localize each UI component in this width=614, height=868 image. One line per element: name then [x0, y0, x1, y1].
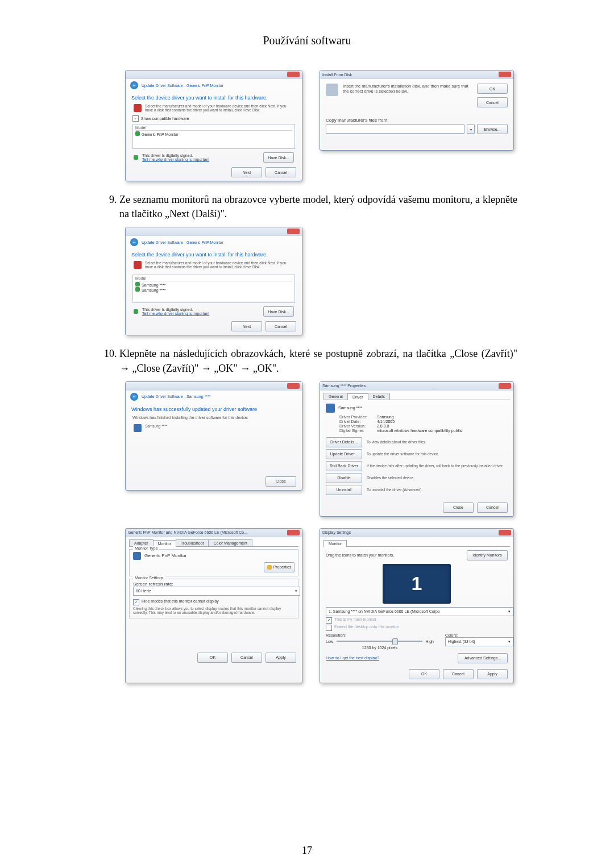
- cancel-button[interactable]: Cancel: [265, 167, 296, 177]
- cancel-button[interactable]: Cancel: [231, 653, 262, 663]
- monitor-icon: [134, 424, 142, 432]
- description: If the device fails after updating the d…: [367, 464, 508, 468]
- value: 2.0.0.0: [377, 424, 389, 428]
- close-icon[interactable]: [287, 229, 300, 234]
- hide-modes-checkbox[interactable]: ✓: [133, 599, 139, 605]
- copy-from-input[interactable]: [326, 124, 464, 134]
- description: To view details about the driver files.: [367, 440, 508, 444]
- why-signing-link[interactable]: Tell me why driver signing is important: [142, 312, 209, 315]
- colors-select[interactable]: Highest (32 bit)▾: [445, 637, 513, 646]
- resolution-slider[interactable]: [337, 641, 422, 642]
- extend-desktop-checkbox[interactable]: [326, 625, 332, 631]
- monitor-icon: [133, 552, 141, 560]
- back-icon[interactable]: ←: [130, 393, 138, 401]
- best-display-link[interactable]: How do I get the best display?: [326, 656, 379, 660]
- driver-details-button[interactable]: Driver Details...: [326, 437, 362, 447]
- advanced-settings-button[interactable]: Advanced Settings...: [458, 653, 508, 663]
- why-signing-link[interactable]: Tell me why driver signing is important: [142, 157, 209, 161]
- monitor-properties-dialog: Generic PnP Monitor and NVIDIA GeForce 6…: [125, 528, 302, 683]
- drag-instructions: Drag the icons to match your monitors.: [326, 553, 394, 557]
- list-item[interactable]: Samsung ****: [142, 283, 165, 287]
- uninstall-button[interactable]: Uninstall: [326, 485, 362, 495]
- value: microsoft windows hardware compatibility…: [377, 429, 463, 433]
- main-monitor-checkbox[interactable]: ✓: [326, 617, 332, 624]
- next-button[interactable]: Next: [231, 321, 262, 331]
- dialog-title: Install From Disk: [322, 73, 352, 77]
- step-9: Ze seznamu monitorů na obrazovce vyberte…: [119, 193, 517, 221]
- tab-general[interactable]: General: [323, 393, 348, 400]
- shield-icon: [134, 309, 138, 314]
- step-10: Klepněte na následujících obrazovkách, k…: [119, 347, 517, 375]
- resolution-label: Resolution:: [326, 633, 434, 637]
- model-header: Model: [135, 126, 292, 131]
- close-icon[interactable]: [499, 383, 511, 389]
- label: Digital Signer:: [339, 429, 374, 433]
- label: Driver Provider:: [339, 415, 374, 419]
- properties-button[interactable]: Properties: [264, 562, 294, 572]
- monitor-type-value: Generic PnP Monitor: [144, 553, 186, 558]
- tab-adapter[interactable]: Adapter: [129, 539, 154, 546]
- tab-troubleshoot[interactable]: Troubleshoot: [176, 539, 209, 546]
- list-item[interactable]: Samsung ****: [142, 288, 165, 292]
- signed-text: This driver is digitally signed.: [142, 308, 209, 312]
- disable-button[interactable]: Disable: [326, 473, 362, 483]
- back-icon[interactable]: ←: [130, 238, 138, 246]
- close-button[interactable]: Close: [443, 502, 474, 513]
- refresh-rate-select[interactable]: 60 Hertz▾: [133, 587, 300, 596]
- dialog-title: Generic PnP Monitor and NVIDIA GeForce 6…: [128, 530, 247, 534]
- finished-text: Windows has finished installing the driv…: [126, 413, 302, 422]
- have-disk-button[interactable]: Have Disk...: [263, 306, 294, 317]
- model-listbox[interactable]: Model Samsung **** Samsung ****: [132, 275, 295, 303]
- disk-icon: [134, 104, 142, 112]
- cancel-button[interactable]: Cancel: [477, 97, 508, 107]
- shield-icon: [135, 282, 140, 286]
- cancel-button[interactable]: Cancel: [477, 502, 508, 513]
- close-icon[interactable]: [287, 383, 300, 389]
- resolution-value: 1280 by 1024 pixels: [326, 646, 434, 650]
- ok-button[interactable]: OK: [477, 84, 508, 94]
- close-button[interactable]: Close: [265, 476, 296, 487]
- back-icon[interactable]: ←: [130, 81, 138, 89]
- description: To update the driver software for this d…: [367, 452, 508, 456]
- monitor-select[interactable]: 1. Samsung **** on NVIDIA GeForce 6600 L…: [326, 607, 513, 616]
- ok-button[interactable]: OK: [197, 653, 228, 663]
- ok-button[interactable]: OK: [409, 669, 439, 679]
- breadcrumb: Update Driver Software - Generic PnP Mon…: [142, 240, 223, 244]
- close-icon[interactable]: [287, 72, 300, 77]
- close-icon[interactable]: [499, 72, 511, 77]
- slider-high-label: High: [426, 639, 434, 643]
- list-item[interactable]: Generic PnP Monitor: [142, 132, 179, 136]
- close-icon[interactable]: [499, 530, 511, 535]
- cancel-button[interactable]: Cancel: [265, 321, 296, 331]
- refresh-rate-label: Screen refresh rate:: [133, 582, 294, 587]
- tab-driver[interactable]: Driver: [347, 393, 368, 400]
- shield-icon: [135, 287, 140, 292]
- cancel-button[interactable]: Cancel: [443, 669, 474, 679]
- tab-color-management[interactable]: Color Management: [208, 539, 252, 546]
- shield-icon: [135, 131, 140, 136]
- update-driver-button[interactable]: Update Driver...: [326, 449, 362, 459]
- apply-button[interactable]: Apply: [265, 653, 296, 663]
- description: To uninstall the driver (Advanced).: [367, 488, 508, 492]
- page-number: 17: [0, 845, 614, 857]
- model-listbox[interactable]: Model Generic PnP Monitor: [132, 124, 295, 149]
- close-icon[interactable]: [287, 530, 300, 535]
- chevron-down-icon[interactable]: ▾: [467, 124, 475, 134]
- display-settings-dialog: Display Settings Monitor Drag the icons …: [320, 528, 514, 683]
- identify-monitors-button[interactable]: Identify Monitors: [467, 550, 508, 560]
- signed-text: This driver is digitally signed.: [142, 153, 209, 157]
- have-disk-button[interactable]: Have Disk...: [263, 152, 294, 163]
- rollback-driver-button[interactable]: Roll Back Driver: [326, 461, 362, 471]
- show-compatible-checkbox[interactable]: ✓: [132, 115, 139, 122]
- apply-button[interactable]: Apply: [477, 669, 508, 679]
- hide-modes-label: Hide modes that this monitor cannot disp…: [142, 599, 219, 603]
- tab-monitor[interactable]: Monitor: [323, 540, 347, 547]
- tab-details[interactable]: Details: [368, 393, 390, 400]
- wizard-subtext: Select the manufacturer and model of you…: [145, 104, 294, 112]
- hide-modes-note: Clearing this check box allows you to se…: [133, 607, 294, 614]
- monitor-preview[interactable]: 1: [383, 564, 451, 604]
- browse-button[interactable]: Browse...: [477, 124, 508, 134]
- update-driver-wizard-1: ← Update Driver Software - Generic PnP M…: [125, 70, 302, 181]
- next-button[interactable]: Next: [231, 167, 262, 177]
- value: Samsung: [377, 415, 394, 419]
